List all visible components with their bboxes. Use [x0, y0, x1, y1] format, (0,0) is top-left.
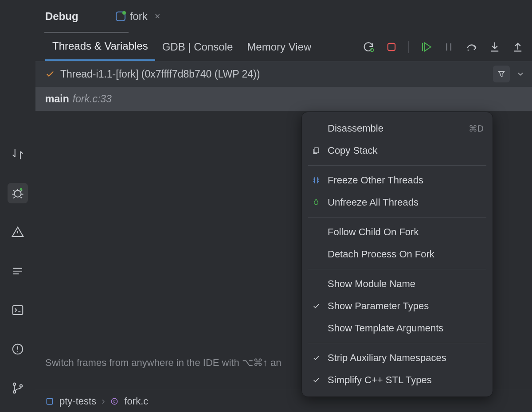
resume-icon[interactable] [419, 41, 432, 53]
run-tab[interactable]: fork × [116, 10, 160, 23]
thread-selector[interactable]: Thread-i1.1-[fork] (0x7ffff7d8b740 (LWP … [35, 61, 532, 87]
thread-name: Thread-i1.1-[fork] (0x7ffff7d8b740 (LWP … [60, 68, 260, 80]
check-icon [311, 354, 321, 362]
chevron-right-icon: › [102, 396, 105, 407]
run-tab-label: fork [130, 10, 148, 23]
close-icon[interactable]: × [155, 11, 160, 22]
svg-point-0 [15, 190, 21, 197]
project-icon [45, 397, 54, 406]
menu-show-template-arguments[interactable]: Show Template Arguments [302, 317, 493, 339]
menu-unfreeze-all-threads[interactable]: Unfreeze All Threads [302, 191, 493, 214]
pause-icon[interactable] [442, 41, 455, 53]
alert-circle-icon[interactable] [8, 339, 28, 359]
chevron-down-icon[interactable] [516, 70, 525, 78]
warning-triangle-icon[interactable] [8, 222, 28, 242]
menu-show-module-name[interactable]: Show Module Name [302, 273, 493, 295]
debug-toolbar [362, 41, 532, 53]
check-icon [45, 69, 55, 79]
svg-text:C: C [113, 399, 116, 404]
menu-freeze-other-threads[interactable]: Freeze Other Threads [302, 169, 493, 191]
copy-icon [311, 146, 321, 155]
debug-subtabs: Threads & Variables GDB | Console Memory… [35, 33, 532, 61]
menu-follow-child-on-fork[interactable]: Follow Child On Fork [302, 221, 493, 243]
svg-point-4 [13, 383, 16, 386]
svg-point-6 [20, 385, 23, 387]
frame-location: fork.c:33 [73, 93, 112, 105]
context-menu: Disassemble⌘D Copy Stack Freeze Other Th… [301, 112, 493, 397]
menu-show-parameter-types[interactable]: Show Parameter Types [302, 295, 493, 317]
bug-icon[interactable] [8, 183, 28, 203]
step-out-icon[interactable] [512, 41, 524, 53]
breadcrumb-file[interactable]: fork.c [124, 396, 148, 407]
frame-function: main [45, 93, 69, 105]
lines-icon[interactable] [8, 261, 28, 281]
debug-label: Debug [45, 10, 78, 23]
debug-header: Debug fork × [35, 0, 532, 33]
step-into-icon[interactable] [489, 41, 501, 53]
menu-disassemble[interactable]: Disassemble⌘D [302, 117, 493, 140]
menu-copy-stack[interactable]: Copy Stack [302, 140, 493, 162]
rerun-icon[interactable] [362, 41, 375, 53]
stack-frame-row[interactable]: main fork.c:33 [35, 87, 532, 111]
run-config-icon [116, 12, 125, 21]
menu-detach-process-on-fork[interactable]: Detach Process On Fork [302, 243, 493, 265]
freeze-icon [311, 176, 321, 185]
filter-button[interactable] [493, 66, 510, 82]
menu-simplify-cpp-stl-types[interactable]: Simplify C++ STL Types [302, 369, 493, 391]
hint-text: Switch frames from anywhere in the IDE w… [45, 357, 281, 369]
tab-gdb-console[interactable]: GDB | Console [155, 33, 240, 61]
tab-threads-variables[interactable]: Threads & Variables [45, 33, 155, 61]
swap-icon[interactable] [8, 144, 28, 164]
git-branch-icon[interactable] [8, 378, 28, 398]
svg-point-5 [13, 391, 16, 393]
svg-rect-12 [314, 148, 319, 153]
c-file-icon: C [110, 397, 119, 406]
svg-rect-9 [47, 398, 52, 404]
check-icon [311, 376, 321, 384]
svg-rect-8 [388, 43, 395, 50]
svg-rect-2 [13, 306, 23, 315]
tab-memory-view[interactable]: Memory View [240, 33, 318, 61]
stop-icon[interactable] [385, 41, 398, 53]
menu-strip-auxiliary-namespaces[interactable]: Strip Auxiliary Namespaces [302, 347, 493, 369]
left-tool-strip [0, 0, 35, 412]
terminal-icon[interactable] [8, 300, 28, 320]
step-over-icon[interactable] [466, 41, 478, 53]
unfreeze-icon [311, 198, 321, 207]
check-icon [311, 302, 321, 310]
svg-point-1 [20, 188, 23, 191]
breadcrumb-project[interactable]: pty-tests [59, 396, 96, 407]
